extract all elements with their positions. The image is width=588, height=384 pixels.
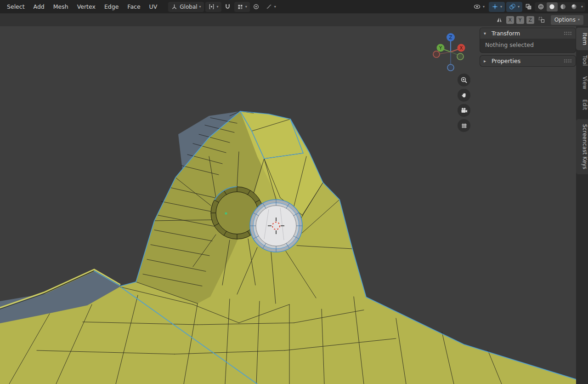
mirror-y-button[interactable]: Y (516, 16, 524, 24)
chevron-right-icon: ▸ (484, 58, 488, 63)
menu-select[interactable]: Select (3, 2, 29, 11)
axis-neg-x-button[interactable] (433, 51, 440, 57)
wireframe-sphere-icon (537, 3, 544, 10)
mirror-z-button[interactable]: Z (526, 16, 534, 24)
menu-add[interactable]: Add (29, 2, 49, 11)
xray-toggle[interactable] (523, 2, 534, 11)
menu-uv[interactable]: UV (145, 2, 162, 11)
svg-text:Z: Z (449, 35, 452, 40)
show-gizmos-dropdown[interactable]: ▾ (489, 2, 505, 12)
tab-item[interactable]: Item (576, 28, 588, 50)
panel-drag-handle[interactable] (564, 59, 572, 63)
tab-view[interactable]: View (576, 71, 588, 95)
caret-icon: ▾ (217, 5, 219, 9)
shading-options-caret[interactable]: ▾ (580, 5, 584, 9)
transform-panel: ▾ Transform Nothing selected (480, 28, 576, 52)
snap-grid-icon (237, 4, 243, 10)
show-overlays-dropdown[interactable]: ▾ (506, 2, 522, 12)
properties-panel-title: Properties (492, 57, 520, 64)
gizmo-axis-lines (437, 37, 461, 67)
options-label: Options (554, 17, 576, 23)
caret-icon: ▾ (483, 5, 485, 9)
transform-panel-header[interactable]: ▾ Transform (480, 28, 576, 39)
svg-text:X: X (460, 46, 463, 51)
zoom-icon (460, 76, 468, 84)
solid-shading-button[interactable] (547, 2, 558, 11)
viewport-header: Select Add Mesh Vertex Edge Face UV Glob… (0, 0, 588, 13)
snap-target-dropdown[interactable]: ▾ (234, 2, 250, 12)
properties-panel: ▸ Properties (480, 56, 576, 66)
magnet-icon (224, 3, 231, 10)
grid-icon (460, 122, 468, 130)
proportional-editing-toggle[interactable] (251, 2, 262, 11)
mirror-icon (495, 15, 504, 24)
caret-icon: ▾ (500, 5, 502, 9)
origin-dot (225, 212, 227, 214)
visibility-eye-icon (473, 3, 481, 10)
caret-icon: ▾ (274, 5, 276, 9)
pivot-point-icon (208, 3, 215, 10)
caret-icon: ▾ (518, 5, 520, 9)
rendered-sphere-icon (571, 3, 577, 10)
material-shading-button[interactable] (558, 2, 569, 11)
solid-sphere-icon (548, 3, 555, 10)
navigation-gizmo[interactable]: Z Y X (430, 30, 471, 75)
tab-screencast-keys[interactable]: Screencast Keys (576, 119, 588, 174)
tab-edit[interactable]: Edit (576, 94, 588, 115)
proportional-circle-icon (253, 3, 260, 10)
axis-x-button[interactable]: X (458, 44, 465, 52)
tab-tool[interactable]: Tool (576, 50, 588, 71)
menu-vertex[interactable]: Vertex (73, 2, 100, 11)
transform-panel-title: Transform (492, 30, 520, 37)
pan-button[interactable] (458, 89, 470, 102)
zoom-button[interactable] (458, 74, 470, 86)
menu-mesh[interactable]: Mesh (49, 2, 73, 11)
camera-icon (460, 107, 468, 115)
overlays-icon (509, 3, 516, 10)
axis-y-button[interactable]: Y (437, 44, 445, 52)
transform-pivot-icon[interactable] (537, 15, 547, 24)
properties-panel-header[interactable]: ▸ Properties (480, 56, 576, 66)
rendered-shading-button[interactable] (569, 2, 580, 11)
svg-text:Y: Y (439, 46, 442, 51)
orientation-label: Global (180, 4, 197, 10)
sidebar-panel: ▾ Transform Nothing selected ▸ Propertie… (480, 28, 576, 69)
hand-icon (460, 92, 468, 99)
gizmos-icon (492, 3, 498, 10)
chevron-down-icon: ▾ (484, 31, 488, 36)
snap-magnet-toggle[interactable] (222, 2, 233, 11)
mesh-cylinder-cap (250, 200, 302, 252)
caret-icon: ▾ (199, 5, 201, 9)
transform-orientation-dropdown[interactable]: Global ▾ (168, 2, 204, 12)
menu-edge[interactable]: Edge (100, 2, 123, 11)
xray-icon (525, 3, 532, 10)
tool-settings-bar: X Y Z Options ▾ (0, 13, 588, 26)
axis-neg-y-button[interactable] (457, 53, 464, 60)
axis-neg-z-button[interactable] (447, 64, 454, 71)
wireframe-shading-button[interactable] (536, 2, 547, 11)
proportional-falloff-dropdown[interactable]: ▾ (263, 2, 279, 12)
mirror-x-button[interactable]: X (506, 16, 514, 24)
camera-view-button[interactable] (458, 104, 470, 117)
caret-icon: ▾ (245, 5, 247, 9)
pivot-point-dropdown[interactable]: ▾ (205, 2, 221, 12)
falloff-curve-icon (266, 3, 272, 10)
object-visibility-dropdown[interactable]: ▾ (470, 2, 487, 12)
panel-drag-handle[interactable] (564, 31, 572, 35)
options-dropdown[interactable]: Options ▾ (551, 15, 583, 25)
sidebar-tabs: Item Tool View Edit Screencast Keys (576, 26, 588, 384)
caret-icon: ▾ (578, 18, 580, 22)
perspective-toggle-button[interactable] (458, 119, 470, 132)
material-sphere-icon (560, 3, 566, 10)
menu-face[interactable]: Face (123, 2, 144, 11)
nothing-selected-label: Nothing selected (485, 41, 534, 48)
transform-panel-body: Nothing selected (480, 39, 576, 52)
orientation-axes-icon (171, 3, 178, 10)
axis-z-button[interactable]: Z (447, 33, 455, 41)
shading-mode-group: ▾ (535, 2, 585, 11)
